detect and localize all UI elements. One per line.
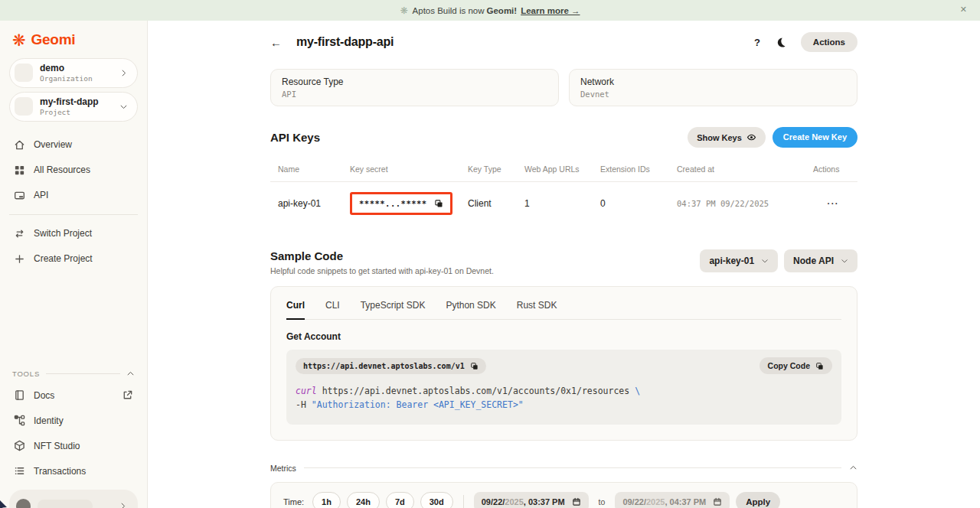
row-actions-menu[interactable]: ···: [813, 199, 858, 208]
user-avatar: [16, 499, 31, 508]
time-label: Time:: [283, 497, 304, 506]
time-range-7d[interactable]: 7d: [386, 492, 414, 508]
home-icon: [14, 139, 25, 151]
key-select-dropdown[interactable]: api-key-01: [700, 249, 778, 272]
copy-icon[interactable]: [434, 199, 443, 208]
api-key-table-row: api-key-01 *****...***** Client 1 0 04:3…: [270, 182, 858, 225]
show-keys-button[interactable]: Show Keys: [688, 127, 766, 148]
book-icon: [14, 389, 25, 401]
sidebar-item-api[interactable]: API: [0, 183, 147, 208]
chevron-up-icon: [126, 370, 135, 378]
flower-icon: ❋: [400, 5, 408, 16]
sidebar-item-label: Identity: [34, 415, 64, 426]
key-secret-highlighted[interactable]: *****...*****: [350, 192, 452, 215]
show-keys-label: Show Keys: [697, 133, 742, 142]
to-datetime-input[interactable]: 09/22/2025, 04:37 PM: [615, 492, 730, 508]
announcement-banner: ❋ Aptos Build is now Geomi! Learn more →…: [0, 0, 980, 21]
organization-name: demo: [40, 63, 93, 74]
time-range-30d[interactable]: 30d: [420, 492, 453, 508]
metrics-divider-line: [304, 467, 841, 468]
sidebar-item-nft-studio[interactable]: NFT Studio: [0, 433, 147, 458]
sidebar-item-transactions[interactable]: Transactions: [0, 458, 147, 484]
chevron-down-icon: [119, 103, 128, 111]
sidebar-item-docs[interactable]: Docs: [0, 383, 147, 408]
copy-icon[interactable]: [470, 362, 479, 370]
tab-curl[interactable]: Curl: [286, 300, 305, 320]
banner-close-icon[interactable]: ✕: [960, 5, 967, 15]
sidebar-item-all-resources[interactable]: All Resources: [0, 158, 147, 183]
from-date: 09/22/: [482, 497, 505, 506]
to-year: 2025: [646, 497, 665, 506]
main-panel: ← my-first-dapp-api ? Actions Resource T…: [148, 21, 980, 508]
sidebar-item-label: Create Project: [34, 253, 93, 264]
metrics-title: Metrics: [270, 464, 296, 473]
sidebar-item-switch-project[interactable]: Switch Project: [0, 221, 147, 246]
api-keys-title: API Keys: [270, 131, 320, 144]
code-continuation: \: [635, 386, 640, 396]
calendar-icon[interactable]: [572, 497, 581, 506]
tools-label: TOOLS: [12, 370, 40, 378]
calendar-icon[interactable]: [713, 497, 722, 506]
column-web-app-urls: Web App URLs: [524, 164, 600, 174]
code-block: https://api.devnet.aptoslabs.com/v1 Copy…: [286, 350, 841, 425]
api-select-dropdown[interactable]: Node API: [784, 249, 858, 272]
identity-flow-icon: [14, 415, 25, 426]
dark-mode-toggle[interactable]: [775, 37, 786, 48]
external-link-icon: [122, 389, 133, 401]
metrics-section-header[interactable]: Metrics: [270, 464, 858, 473]
sidebar-item-create-project[interactable]: Create Project: [0, 246, 147, 272]
resource-type-label: Resource Type: [282, 77, 547, 87]
sidebar-item-label: NFT Studio: [34, 441, 80, 451]
create-new-key-button[interactable]: Create New Key: [773, 127, 858, 148]
endpoint-url-pill[interactable]: https://api.devnet.aptoslabs.com/v1: [296, 358, 486, 374]
organization-selector[interactable]: demo Organization: [9, 58, 138, 88]
api-card-icon: [14, 190, 25, 201]
to-label: to: [599, 497, 606, 506]
switch-arrows-icon: [14, 228, 25, 239]
help-button[interactable]: ?: [754, 37, 760, 48]
account-menu[interactable]: [9, 490, 138, 508]
time-range-1h[interactable]: 1h: [312, 492, 341, 508]
resource-type-value: API: [282, 90, 547, 99]
code-url: https://api.devnet.aptoslabs.com/v1/acco…: [317, 386, 635, 396]
banner-text: Aptos Build is now: [413, 6, 485, 15]
tab-rust-sdk[interactable]: Rust SDK: [517, 300, 557, 319]
api-key-web-app-urls: 1: [524, 198, 600, 209]
moon-icon: [775, 37, 786, 48]
from-datetime-input[interactable]: 09/22/2025, 03:37 PM: [474, 492, 589, 508]
project-avatar: [15, 97, 33, 116]
time-range-24h[interactable]: 24h: [347, 492, 380, 508]
api-key-name: api-key-01: [278, 198, 350, 209]
tab-typescript-sdk[interactable]: TypeScript SDK: [361, 300, 426, 319]
sidebar-item-label: API: [34, 190, 48, 200]
back-button[interactable]: ←: [270, 36, 282, 49]
column-extension-ids: Extension IDs: [600, 164, 677, 174]
learn-more-link[interactable]: Learn more →: [521, 6, 580, 15]
endpoint-url: https://api.devnet.aptoslabs.com/v1: [303, 362, 465, 370]
tools-section-header[interactable]: TOOLS: [0, 365, 147, 383]
sidebar-item-overview[interactable]: Overview: [0, 132, 147, 158]
column-key-type: Key Type: [468, 164, 524, 174]
mouse-cursor: [0, 496, 10, 508]
project-type-label: Project: [40, 108, 99, 117]
list-icon: [14, 465, 25, 477]
sidebar-item-identity[interactable]: Identity: [0, 408, 147, 433]
chevron-right-icon: [119, 502, 127, 508]
chevron-down-icon: [761, 257, 769, 265]
page-title: my-first-dapp-api: [296, 35, 394, 49]
sidebar-item-label: Docs: [34, 390, 54, 401]
column-key-secret: Key secret: [350, 164, 468, 174]
tab-python-sdk[interactable]: Python SDK: [446, 300, 495, 319]
geomi-logo[interactable]: ❋ Geomi: [0, 21, 147, 54]
tab-cli[interactable]: CLI: [325, 300, 340, 319]
sidebar-item-label: All Resources: [34, 164, 90, 175]
organization-type-label: Organization: [40, 74, 93, 83]
api-key-type: Client: [468, 198, 524, 209]
copy-code-button[interactable]: Copy Code: [760, 357, 832, 374]
network-card: Network Devnet: [569, 69, 858, 106]
organization-avatar: [15, 64, 33, 82]
apply-button[interactable]: Apply: [736, 492, 780, 508]
network-label: Network: [580, 77, 846, 87]
actions-button[interactable]: Actions: [801, 32, 858, 52]
project-selector[interactable]: my-first-dapp Project: [9, 92, 138, 122]
